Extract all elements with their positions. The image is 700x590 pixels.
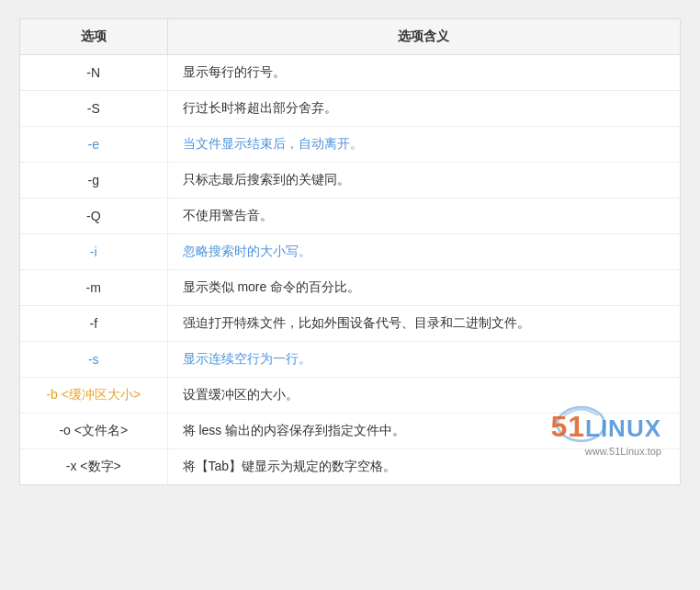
table-row: -s显示连续空行为一行。 <box>20 342 680 378</box>
option-cell: -b <缓冲区大小> <box>20 378 167 414</box>
meaning-cell: 行过长时将超出部分舍弃。 <box>167 91 680 127</box>
table-row: -N显示每行的行号。 <box>20 55 680 91</box>
option-cell: -N <box>20 55 167 91</box>
meaning-cell: 将【Tab】键显示为规定的数字空格。 <box>167 449 680 485</box>
table-row: -o <文件名>将 less 输出的内容保存到指定文件中。 <box>20 414 680 449</box>
meaning-cell: 不使用警告音。 <box>167 199 680 234</box>
table-row: -S行过长时将超出部分舍弃。 <box>20 91 680 127</box>
option-cell: -S <box>20 91 167 127</box>
meaning-cell: 只标志最后搜索到的关键同。 <box>167 163 680 199</box>
option-cell: -e <box>20 127 167 163</box>
table-row: -x <数字>将【Tab】键显示为规定的数字空格。 <box>20 449 680 485</box>
table-row: -f强迫打开特殊文件，比如外围设备代号、目录和二进制文件。 <box>20 306 680 342</box>
option-cell: -f <box>20 306 167 342</box>
meaning-cell: 将 less 输出的内容保存到指定文件中。 <box>167 414 680 449</box>
table-row: -e当文件显示结束后，自动离开。 <box>20 127 680 163</box>
option-cell: -m <box>20 270 167 306</box>
meaning-cell: 当文件显示结束后，自动离开。 <box>167 127 680 163</box>
meaning-cell: 显示类似 more 命令的百分比。 <box>167 270 680 306</box>
meaning-cell: 忽略搜索时的大小写。 <box>167 234 680 270</box>
table-row: -g只标志最后搜索到的关键同。 <box>20 163 680 199</box>
option-cell: -s <box>20 342 167 378</box>
header-meaning: 选项含义 <box>167 19 680 55</box>
option-cell: -i <box>20 234 167 270</box>
main-table-container: 选项 选项含义 -N显示每行的行号。-S行过长时将超出部分舍弃。-e当文件显示结… <box>19 18 681 485</box>
header-option: 选项 <box>20 19 167 55</box>
meaning-cell: 显示每行的行号。 <box>167 55 680 91</box>
option-cell: -Q <box>20 199 167 234</box>
option-cell: -g <box>20 163 167 199</box>
table-row: -m显示类似 more 命令的百分比。 <box>20 270 680 306</box>
table-row: -Q不使用警告音。 <box>20 199 680 234</box>
table-row: -b <缓冲区大小>设置缓冲区的大小。 <box>20 378 680 414</box>
table-header-row: 选项 选项含义 <box>20 19 680 55</box>
meaning-cell: 设置缓冲区的大小。 <box>167 378 680 414</box>
option-cell: -o <文件名> <box>20 414 167 449</box>
meaning-cell: 显示连续空行为一行。 <box>167 342 680 378</box>
options-table: 选项 选项含义 -N显示每行的行号。-S行过长时将超出部分舍弃。-e当文件显示结… <box>20 19 680 484</box>
meaning-cell: 强迫打开特殊文件，比如外围设备代号、目录和二进制文件。 <box>167 306 680 342</box>
table-row: -i忽略搜索时的大小写。 <box>20 234 680 270</box>
option-cell: -x <数字> <box>20 449 167 485</box>
